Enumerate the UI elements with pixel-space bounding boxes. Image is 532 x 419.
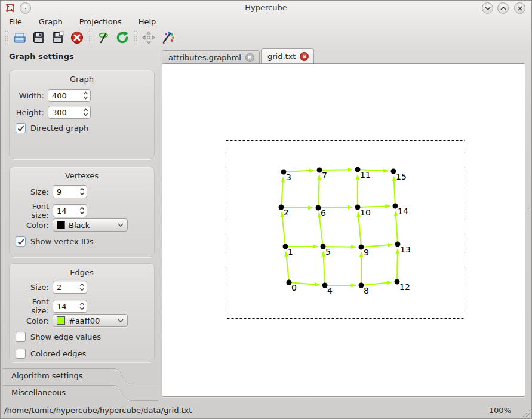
edge-size-spinbox[interactable]: 2 <box>53 281 87 294</box>
menu-file[interactable]: File <box>3 16 28 27</box>
show-vertex-ids-checkbox[interactable] <box>16 236 26 247</box>
vertex-size-value: 9 <box>53 187 77 196</box>
svg-text:0: 0 <box>291 283 297 292</box>
width-spinbox[interactable]: 400 <box>48 89 91 102</box>
tab-grid-txt[interactable]: grid.txt <box>261 48 314 64</box>
vertexes-groupbox: Vertexes Size: 9 Font size: 14 <box>9 167 155 257</box>
spinner-arrows-icon[interactable] <box>77 300 87 312</box>
vertex-size-spinbox[interactable]: 9 <box>53 185 87 198</box>
close-file-button[interactable] <box>69 29 85 46</box>
save-as-icon <box>51 30 65 45</box>
settings-sidebar: Graph settings Graph Width: 400 Height: … <box>3 50 158 402</box>
directed-graph-label: Directed graph <box>30 124 88 133</box>
menu-help[interactable]: Help <box>133 16 162 27</box>
document-tabbar: attributes.graphml grid.txt <box>162 48 315 64</box>
projection-colors-icon <box>161 30 175 45</box>
spinner-arrows-icon[interactable] <box>77 205 87 217</box>
svg-text:12: 12 <box>399 282 410 292</box>
toolbox-section-miscellaneous[interactable]: Miscellaneous <box>3 384 158 401</box>
menu-graph[interactable]: Graph <box>33 16 69 27</box>
vertex-font-size-value: 14 <box>53 207 77 215</box>
vertex-color-combobox[interactable]: Black <box>53 218 128 232</box>
algorithm-settings-label: Algorithm settings <box>11 371 83 380</box>
width-value: 400 <box>48 91 81 100</box>
layout-wand-button[interactable] <box>95 29 112 46</box>
maximize-button[interactable] <box>497 2 509 14</box>
splitter-handle[interactable] <box>527 207 529 215</box>
svg-text:7: 7 <box>322 171 327 180</box>
chevron-down-icon <box>118 319 124 322</box>
toolbox-section-graph-settings[interactable]: Graph settings <box>9 52 74 61</box>
colored-edges-checkbox[interactable] <box>16 349 26 359</box>
spinner-arrows-icon[interactable] <box>81 106 90 118</box>
edge-font-size-value: 14 <box>53 302 77 311</box>
close-icon <box>302 54 306 58</box>
svg-text:1: 1 <box>288 247 293 257</box>
toolbox-section-algorithm-settings[interactable]: Algorithm settings <box>3 368 158 384</box>
save-as-button[interactable] <box>50 29 66 46</box>
minimize-button[interactable] <box>482 2 493 14</box>
svg-text:2: 2 <box>284 208 289 217</box>
tab-label: attributes.graphml <box>168 53 241 62</box>
zoom-level-status: 100% <box>489 406 511 415</box>
show-edge-values-checkbox[interactable] <box>16 332 26 342</box>
vertex-color-value: Black <box>69 221 118 230</box>
check-icon <box>17 238 25 246</box>
svg-text:13: 13 <box>400 245 411 254</box>
menu-projections[interactable]: Projections <box>73 16 128 27</box>
vertex-color-label: Color: <box>14 221 49 230</box>
open-icon <box>13 30 27 45</box>
move-button[interactable] <box>140 29 157 46</box>
show-vertex-ids-label: Show vertex IDs <box>30 237 94 246</box>
graph-canvas[interactable]: 0123456789101112131415 <box>162 63 525 397</box>
file-path-status: /home/tumic/hypercube/hypercube/data/gri… <box>4 406 192 415</box>
tab-label: grid.txt <box>267 52 296 61</box>
edge-color-swatch <box>57 316 65 325</box>
check-icon <box>17 124 25 133</box>
height-value: 300 <box>48 108 81 117</box>
directed-graph-checkbox[interactable] <box>16 123 26 133</box>
save-button[interactable] <box>30 29 47 46</box>
spinner-arrows-icon[interactable] <box>77 281 87 293</box>
resize-grip[interactable] <box>522 409 530 417</box>
tab-attributes-graphml[interactable]: attributes.graphml <box>162 50 260 64</box>
vertex-size-label: Size: <box>14 187 49 196</box>
toolbar-handle <box>5 31 8 44</box>
svg-text:3: 3 <box>286 172 291 182</box>
svg-text:4: 4 <box>327 286 333 295</box>
spinner-arrows-icon[interactable] <box>81 90 90 101</box>
vertex-color-swatch <box>57 221 65 229</box>
vertex-font-size-spinbox[interactable]: 14 <box>53 204 87 217</box>
tab-close-button[interactable] <box>245 53 254 62</box>
titlebar: Hypercube <box>1 1 531 15</box>
height-spinbox[interactable]: 300 <box>48 106 91 119</box>
spinner-arrows-icon[interactable] <box>77 186 87 198</box>
edge-font-size-label: Font size: <box>14 297 49 315</box>
reload-button[interactable] <box>114 29 131 46</box>
window-title: Hypercube <box>1 3 531 12</box>
svg-text:6: 6 <box>321 208 326 218</box>
open-button[interactable] <box>11 29 28 46</box>
edge-color-combobox[interactable]: #aaff00 <box>53 314 128 327</box>
toolbar-separator <box>88 31 92 44</box>
edge-size-label: Size: <box>14 283 49 292</box>
show-edge-values-label: Show edge values <box>30 332 101 341</box>
colored-edges-label: Colored edges <box>30 349 86 358</box>
close-icon <box>248 56 252 60</box>
height-label: Height: <box>14 108 44 117</box>
close-window-button[interactable] <box>514 2 525 14</box>
tab-close-button[interactable] <box>300 52 309 61</box>
save-icon <box>32 30 46 45</box>
toolbar-separator <box>134 31 137 44</box>
edge-font-size-spinbox[interactable]: 14 <box>53 300 87 313</box>
svg-text:10: 10 <box>360 208 371 217</box>
toolbar <box>1 28 531 47</box>
vertexes-group-title: Vertexes <box>10 171 154 180</box>
graph-group-title: Graph <box>10 75 154 84</box>
chevron-down-icon <box>118 223 124 227</box>
width-label: Width: <box>14 91 44 100</box>
svg-text:8: 8 <box>364 286 369 295</box>
svg-text:5: 5 <box>325 247 331 257</box>
projection-colors-button[interactable] <box>159 29 176 46</box>
graph-groupbox: Graph Width: 400 Height: 300 <box>9 70 155 159</box>
